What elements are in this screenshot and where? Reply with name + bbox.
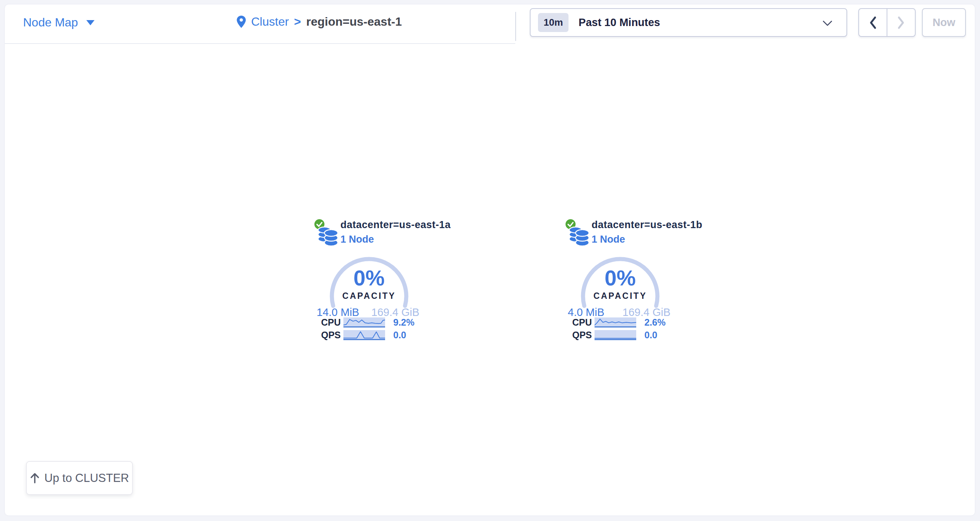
datacenter-title: datacenter=us-east-1a [340,219,450,231]
datacenter-card-us-east-1a[interactable]: datacenter=us-east-1a 1 Node 0% CAPACITY… [313,218,430,343]
datacenter-card-header: datacenter=us-east-1a 1 Node [340,219,450,245]
qps-value: 0.0 [644,330,657,341]
view-selector-dropdown[interactable]: Node Map [23,16,94,29]
header-divider-horizontal [5,43,515,44]
database-stack-icon [568,225,590,247]
view-selector-label: Node Map [23,16,78,29]
capacity-gauge: 0% CAPACITY [326,255,412,311]
cpu-label: CPU [321,317,343,328]
node-map-panel: Node Map Cluster > region=us-east-1 10m … [5,5,975,515]
qps-sparkline [595,330,636,340]
datacenter-card-header: datacenter=us-east-1b 1 Node [592,219,702,245]
qps-value: 0.0 [393,330,406,341]
capacity-label: CAPACITY [578,291,663,301]
time-range-badge: 10m [538,13,568,32]
arrow-up-icon [30,473,40,484]
cpu-value: 9.2% [393,317,414,328]
breadcrumb-separator: > [294,15,301,29]
time-nav-group [858,8,916,37]
qps-label: QPS [572,330,594,341]
cpu-value: 2.6% [644,317,666,328]
qps-metric-row: QPS 0.0 [321,330,406,341]
location-pin-icon [237,16,246,28]
cpu-metric-row: CPU 2.6% [572,317,666,328]
time-forward-button[interactable] [887,8,916,37]
capacity-label: CAPACITY [326,291,412,301]
time-range-label: Past 10 Minutes [579,16,660,29]
node-count-label: 1 Node [340,234,450,245]
chevron-down-icon [822,21,832,26]
qps-metric-row: QPS 0.0 [572,330,657,341]
cpu-label: CPU [572,317,594,328]
capacity-gauge: 0% CAPACITY [578,255,663,311]
capacity-percent: 0% [578,265,663,290]
qps-label: QPS [321,330,343,341]
capacity-percent: 0% [326,265,412,290]
now-button[interactable]: Now [922,8,966,37]
caret-down-icon [86,20,94,25]
node-count-label: 1 Node [592,234,702,245]
breadcrumb: Cluster > region=us-east-1 [237,15,402,29]
up-to-cluster-button[interactable]: Up to CLUSTER [26,461,133,495]
header-divider-vertical [515,12,516,41]
qps-sparkline [344,330,385,340]
breadcrumb-current: region=us-east-1 [306,15,402,29]
datacenter-title: datacenter=us-east-1b [592,219,702,231]
chevron-right-icon [897,16,905,29]
cpu-sparkline [595,317,636,328]
cpu-sparkline [344,317,385,328]
chevron-left-icon [869,16,877,29]
datacenter-card-us-east-1b[interactable]: datacenter=us-east-1b 1 Node 0% CAPACITY… [565,218,681,343]
cpu-metric-row: CPU 9.2% [321,317,414,328]
time-back-button[interactable] [858,8,887,37]
database-stack-icon [317,225,339,247]
time-range-dropdown[interactable]: 10m Past 10 Minutes [530,8,847,37]
breadcrumb-cluster-link[interactable]: Cluster [251,15,289,29]
up-to-cluster-label: Up to CLUSTER [44,472,129,485]
